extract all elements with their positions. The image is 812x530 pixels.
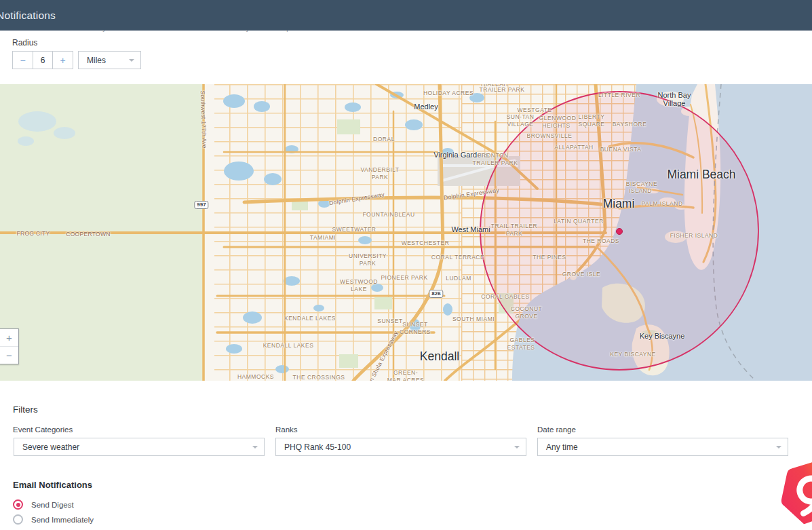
- filters-heading: Filters: [13, 404, 38, 415]
- map-label: PARK: [506, 231, 523, 237]
- map-label: SUNSET: [377, 318, 402, 324]
- map-label: GREEN-: [393, 370, 418, 376]
- map-label: WESTWOOD: [340, 279, 378, 285]
- radius-value[interactable]: 6: [33, 52, 53, 69]
- map-marker[interactable]: [617, 229, 623, 235]
- event-categories-label: Event Categories: [13, 425, 73, 434]
- map-label: VILLAGE: [507, 121, 534, 128]
- map-label: ISLAND: [629, 188, 652, 194]
- map-label: MAR ACRES: [387, 377, 425, 381]
- page-header: Notifications: [0, 0, 812, 31]
- map-label: SWEETWATER: [332, 227, 376, 233]
- map-label: Key Biscayne: [640, 333, 685, 340]
- chevron-down-icon: [252, 446, 258, 449]
- radio-label: Send Digest: [31, 501, 74, 509]
- radius-label: Radius: [12, 38, 37, 48]
- ranks-value: PHQ Rank 45-100: [284, 442, 351, 452]
- radius-stepper: − 6 +: [12, 51, 73, 69]
- map-label: PALM ISLAND: [641, 201, 682, 207]
- map-label: SUNSET: [402, 322, 427, 328]
- email-notifications-heading: Email Notifications: [13, 480, 92, 490]
- radio-button[interactable]: [13, 499, 23, 510]
- map-label: PARK: [360, 261, 376, 267]
- map-label: Miami Beach: [667, 169, 735, 181]
- send-digest-option[interactable]: Send Digest: [13, 499, 74, 510]
- radius-decrement-button[interactable]: −: [13, 52, 33, 69]
- map-label: CORAL TERRACE: [431, 254, 484, 261]
- radio-button[interactable]: [13, 514, 23, 525]
- map-label: West Miami: [451, 226, 490, 233]
- map-label: HAMMOCKS: [237, 374, 274, 380]
- map-label: FROG CITY: [17, 231, 50, 237]
- map-label: 826: [429, 290, 443, 298]
- map-label: ESTATES: [507, 345, 535, 351]
- map-label: UNIVERSITY: [349, 253, 387, 259]
- radio-label: Send Immediately: [31, 516, 94, 524]
- event-categories-select[interactable]: Severe weather: [14, 438, 265, 456]
- map-label: GLENWOOD: [539, 115, 577, 121]
- map-label: DORAL: [373, 136, 395, 143]
- map-label: HOLIDAY ACRES: [423, 90, 473, 96]
- map-label: GROVE: [515, 314, 537, 320]
- map-label: BUENA VISTA: [600, 147, 642, 153]
- date-range-label: Date range: [537, 425, 576, 434]
- ranks-select[interactable]: PHQ Rank 45-100: [275, 438, 526, 456]
- map-label: PIONEER PARK: [381, 275, 427, 281]
- map-label: ALLAPATTAH: [554, 145, 593, 151]
- map-label: SQUARE: [579, 121, 605, 128]
- map-label: HEIGHTS: [542, 123, 570, 129]
- map-label: FOUNTAINBLEAU: [362, 212, 414, 218]
- map-label: GROVE ISLE: [562, 271, 601, 278]
- map-label: TRAILER PARK: [480, 87, 525, 93]
- radius-increment-button[interactable]: +: [53, 52, 73, 69]
- map-label: Kendall: [420, 351, 459, 363]
- zoom-out-button[interactable]: −: [0, 346, 18, 364]
- map-label: COCONUT: [511, 306, 542, 312]
- map-label: CORAL GABLES: [481, 294, 529, 300]
- map-label: KEY BISCAYNE: [610, 352, 656, 358]
- map-label: Miami: [603, 198, 635, 210]
- map-label: 997: [194, 201, 208, 209]
- map-label: GABLES: [509, 337, 535, 343]
- map-label: FRONTON: [478, 153, 508, 159]
- date-range-select[interactable]: Any time: [537, 438, 788, 456]
- map-label: WESTGATE: [517, 107, 552, 113]
- map-label: LAKE: [351, 286, 367, 292]
- predicthq-logo[interactable]: [781, 460, 812, 525]
- map-label: LITTLE RIVER: [598, 92, 640, 98]
- map-label: SOUTH MIAMI: [452, 316, 495, 322]
- map-label: THE ROADS: [583, 238, 619, 244]
- ranks-label: Ranks: [275, 425, 298, 434]
- chevron-down-icon: [776, 446, 781, 449]
- map-label: KENDALL LAKES: [263, 343, 314, 349]
- map-label: KENDALE LAKES: [284, 316, 336, 322]
- map[interactable]: HIALEAHTRAILER PARKHOLIDAY ACRESLITTLE R…: [0, 84, 812, 381]
- map-label: CORNERS: [400, 329, 431, 335]
- map-label: SUN-TAN: [507, 114, 535, 120]
- map-label: THE PINES: [533, 254, 566, 261]
- map-label: North Bay: [658, 92, 691, 99]
- map-label: Medley: [414, 103, 438, 111]
- chevron-down-icon: [514, 446, 520, 449]
- zoom-in-button[interactable]: +: [0, 329, 18, 346]
- radius-unit-select[interactable]: Miles: [78, 51, 141, 69]
- chevron-down-icon: [129, 59, 134, 62]
- send-immediately-option[interactable]: Send Immediately: [13, 514, 94, 525]
- map-label: PARK: [372, 174, 389, 181]
- map-label: TRAILER PARK: [473, 160, 518, 166]
- map-label: FISHER ISLAND: [670, 233, 718, 239]
- map-label: LATIN QUARTER: [554, 219, 604, 225]
- page-title: Notifications: [0, 10, 56, 22]
- map-label: BROWNSVILLE: [527, 133, 573, 139]
- radius-unit-value: Miles: [87, 56, 106, 65]
- event-categories-value: Severe weather: [22, 442, 79, 452]
- hexagon-shape: [781, 460, 812, 525]
- map-label: VANDERBILT: [360, 167, 399, 173]
- map-label: COOPERTOWN: [66, 231, 111, 238]
- map-label: TRAIL TRAILER: [491, 223, 537, 229]
- map-label: Village: [663, 100, 686, 107]
- map-label: BAYSHORE: [613, 121, 647, 128]
- date-range-value: Any time: [546, 442, 578, 452]
- map-label: THE CROSSINGS: [293, 375, 345, 381]
- map-label: LUDLAM: [446, 276, 471, 282]
